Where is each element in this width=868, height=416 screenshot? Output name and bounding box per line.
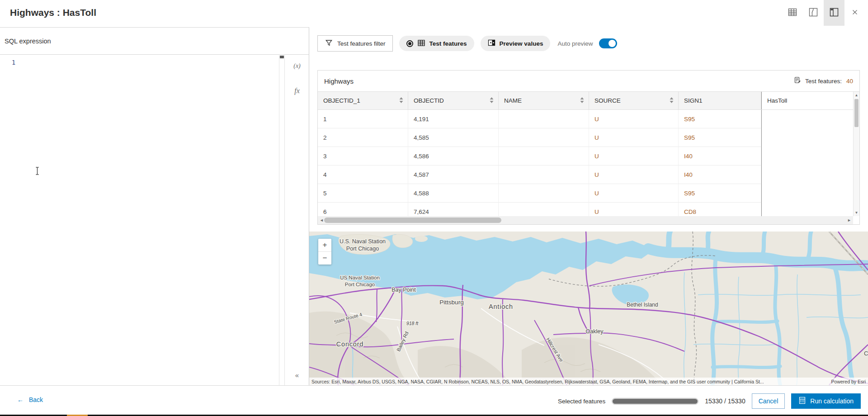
selected-features-progress	[612, 398, 698, 405]
test-features-table-card: Highways Test features: 40 OBJECTID_1	[317, 70, 860, 225]
table-row[interactable]: 67,624UCD8	[318, 203, 859, 217]
collapse-panel-button[interactable]: «	[285, 371, 309, 379]
column-header-source[interactable]: SOURCE	[589, 92, 679, 109]
table-cell	[761, 165, 859, 184]
table-cell: 3	[318, 147, 408, 165]
preview-map[interactable]: U.S. Naval Station Port Chicago US Naval…	[309, 232, 868, 385]
table-cell: U	[589, 128, 679, 147]
map-label-bay-point: Bay Point	[392, 287, 416, 293]
back-button[interactable]: ← Back	[17, 396, 43, 403]
table-cell: 5	[318, 184, 408, 203]
map-label-oakley: Oakley	[586, 328, 604, 335]
selected-features-label: Selected features	[558, 398, 605, 405]
table-cell: 4,588	[408, 184, 499, 203]
table-cell: 4	[318, 165, 408, 184]
map-label-pittsburg: Pittsburg	[439, 299, 463, 306]
calculate-field-window: Highways : HasToll	[0, 0, 868, 416]
header-toolbar	[782, 0, 865, 26]
zoom-out-button[interactable]: −	[318, 252, 331, 265]
editor-scrollbar-thumb[interactable]	[280, 56, 284, 58]
horizontal-scrollbar-thumb[interactable]	[324, 217, 501, 223]
sort-icon[interactable]	[399, 97, 403, 104]
column-header-name[interactable]: NAME	[499, 92, 589, 109]
auto-preview-toggle[interactable]	[599, 38, 617, 48]
close-button[interactable]	[844, 0, 865, 26]
sql-code-editor[interactable]: 1	[0, 55, 279, 385]
table-row[interactable]: 24,585US95	[318, 128, 859, 147]
auto-preview-label: Auto preview	[557, 40, 593, 47]
column-header-objectid-1[interactable]: OBJECTID_1	[318, 92, 408, 109]
map-label-antioch: Antioch	[489, 303, 513, 310]
back-arrow-icon: ←	[17, 396, 24, 403]
table-cell	[499, 203, 589, 217]
split-view-button[interactable]	[824, 0, 844, 26]
table-cell: I40	[679, 165, 761, 184]
table-cell: U	[589, 110, 679, 128]
table-cell: S95	[679, 128, 761, 147]
table-row[interactable]: 44,587UI40	[318, 165, 859, 184]
features-list-icon	[794, 76, 802, 85]
zoom-in-button[interactable]: +	[318, 239, 331, 251]
attribution-sources: Sources: Esri, Maxar, Airbus DS, USGS, N…	[311, 379, 764, 384]
table-cell	[761, 110, 859, 128]
scroll-right-arrow[interactable]: ►	[847, 218, 851, 222]
table-cell: 2	[318, 128, 408, 147]
sort-icon[interactable]	[580, 97, 584, 104]
editor-line-number: 1	[12, 59, 15, 66]
table-cell: I40	[679, 147, 761, 165]
cancel-button[interactable]: Cancel	[752, 393, 785, 409]
footer-actions: Selected features 15330 / 15330 Cancel	[558, 393, 861, 409]
map-label-naval-station-2: US Naval Station	[340, 275, 380, 280]
map-attribution: Sources: Esri, Maxar, Airbus DS, USGS, N…	[309, 378, 868, 385]
test-features-count: Test features: 40	[794, 76, 853, 85]
sort-icon[interactable]	[490, 97, 494, 104]
horizontal-scrollbar[interactable]: ◄ ►	[318, 216, 853, 224]
editor-scrollbar[interactable]	[279, 55, 285, 385]
preview-values-chip[interactable]: Preview values	[481, 36, 551, 51]
table-row[interactable]: 34,586UI40	[318, 147, 859, 165]
powered-by-esri-link[interactable]: Powered by Esri	[831, 379, 866, 384]
table-cell: 4,585	[408, 128, 499, 147]
table-cell: U	[589, 184, 679, 203]
map-label-bethel-island: Bethel Island	[627, 302, 658, 308]
progress-fill	[613, 399, 698, 404]
table-cell: 6	[318, 203, 408, 217]
map-label-naval-station-1: U.S. Naval Station	[340, 238, 386, 245]
table-cell	[499, 165, 589, 184]
table-title: Highways	[324, 77, 354, 85]
scroll-down-arrow[interactable]: ▼	[854, 211, 859, 215]
functions-button[interactable]: fx	[285, 87, 309, 95]
map-label-partial-city: C	[864, 350, 868, 357]
calculator-icon	[798, 397, 806, 406]
map-view-button[interactable]	[803, 0, 824, 26]
map-icon	[808, 7, 819, 19]
run-calculation-button[interactable]: Run calculation	[791, 393, 861, 409]
scroll-up-arrow[interactable]: ▲	[854, 93, 859, 97]
table-view-button[interactable]	[782, 0, 803, 26]
footer-bar: ← Back Selected features 15330 / 15330 C…	[0, 385, 868, 416]
sort-icon[interactable]	[670, 97, 674, 104]
column-header-hastoll[interactable]: HasToll	[761, 92, 853, 109]
variables-button[interactable]: (x)	[285, 62, 309, 70]
table-cell: U	[589, 203, 679, 217]
test-features-filter-button[interactable]: Test features filter	[317, 35, 393, 52]
map-label-elevation: 918 ft	[406, 321, 419, 326]
radio-selected-icon	[406, 40, 413, 47]
column-header-sign1[interactable]: SIGN1	[679, 92, 761, 109]
page-title: Highways : HasToll	[10, 7, 96, 18]
scroll-left-arrow[interactable]: ◄	[320, 218, 324, 222]
table-body: 14,191US9524,585US9534,586UI4044,587UI40…	[318, 110, 859, 217]
column-header-objectid[interactable]: OBJECTID	[408, 92, 499, 109]
table-cell: CD8	[679, 203, 761, 217]
test-features-chip[interactable]: Test features	[399, 36, 474, 51]
table-row[interactable]: 14,191US95	[318, 110, 859, 128]
text-cursor-icon	[34, 166, 40, 177]
table-row[interactable]: 54,588US95	[318, 184, 859, 203]
vertical-scrollbar[interactable]: ▲ ▼	[853, 92, 859, 216]
close-icon	[850, 7, 860, 19]
vertical-scrollbar-thumb[interactable]	[854, 99, 859, 127]
table-cell	[499, 110, 589, 128]
map-zoom-control: + −	[318, 239, 331, 265]
table-cell: 4,587	[408, 165, 499, 184]
table-cell	[499, 147, 589, 165]
